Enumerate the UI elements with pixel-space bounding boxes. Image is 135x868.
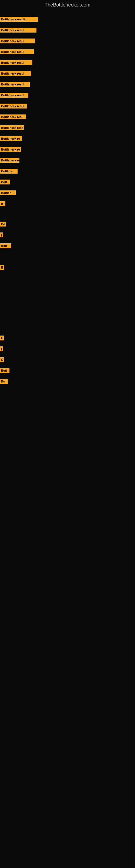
bar-row: Bottleneck ress — [0, 125, 135, 130]
bar-label: Bott — [0, 243, 11, 248]
bar-row: Bottlene — [0, 169, 135, 174]
bar-row: Bottleneck re — [0, 147, 135, 152]
bar-label: Bottleneck re — [0, 147, 21, 152]
bar-label: Bottleneck result — [0, 17, 38, 22]
bar-row: Bottleneck resul — [0, 60, 135, 65]
bar-label: | — [0, 346, 3, 351]
bar-row: E — [0, 357, 135, 362]
bar-label: Bo — [0, 379, 8, 384]
bar-label: E — [0, 265, 4, 270]
bar-label: | — [0, 232, 3, 237]
bar-row: Bottleneck resul — [0, 93, 135, 98]
bar-label: Bottleneck resul — [0, 93, 28, 98]
bar-label: E — [0, 336, 4, 340]
bar-label: Bo — [0, 222, 6, 226]
bar-row: Bottleneck resu — [0, 115, 135, 119]
bar-label: Bottleneck resul — [0, 50, 34, 54]
bar-row: Bottleneck resul — [0, 50, 135, 54]
bar-label: Bott — [0, 180, 10, 184]
bar-label: Bottleneck resu — [0, 115, 26, 119]
bar-label: E — [0, 357, 4, 362]
bar-label: Bottleneck resul — [0, 38, 35, 43]
bar-label: Bottleneck resul — [0, 60, 32, 65]
bar-row: Bottleneck re — [0, 158, 135, 163]
bar-row: Bottlen — [0, 190, 135, 195]
site-title: TheBottlenecker.com — [0, 0, 135, 10]
bar-row: | — [0, 232, 135, 237]
bar-row: Bottleneck resul — [0, 104, 135, 108]
bar-row: Bottleneck resul — [0, 38, 135, 43]
bar-row: | — [0, 346, 135, 351]
bar-label: B — [0, 201, 5, 206]
bar-row: E — [0, 336, 135, 340]
bar-label: Bott — [0, 368, 9, 373]
bar-row: Bottleneck re — [0, 136, 135, 141]
bar-label: Bottleneck re — [0, 158, 19, 163]
bar-row: Bo — [0, 222, 135, 226]
bar-row: E — [0, 265, 135, 270]
bar-label: Bottleneck resul — [0, 104, 27, 108]
bar-label: Bottleneck resul — [0, 82, 30, 87]
bar-row: Bott — [0, 368, 135, 373]
bar-label: Bottleneck re — [0, 136, 22, 141]
bar-row: Bo — [0, 379, 135, 384]
bar-row: Bott — [0, 243, 135, 248]
bar-row: Bottleneck resul — [0, 28, 135, 33]
bar-row: Bott — [0, 180, 135, 184]
bar-row: Bottleneck resul — [0, 82, 135, 87]
bar-label: Bottleneck resul — [0, 71, 31, 76]
bar-row: Bottleneck result — [0, 17, 135, 22]
bar-row: Bottleneck resul — [0, 71, 135, 76]
bar-label: Bottleneck ress — [0, 125, 24, 130]
bar-row: B — [0, 201, 135, 206]
bar-label: Bottlene — [0, 169, 17, 174]
bar-label: Bottlen — [0, 190, 16, 195]
bar-label: Bottleneck resul — [0, 28, 37, 33]
